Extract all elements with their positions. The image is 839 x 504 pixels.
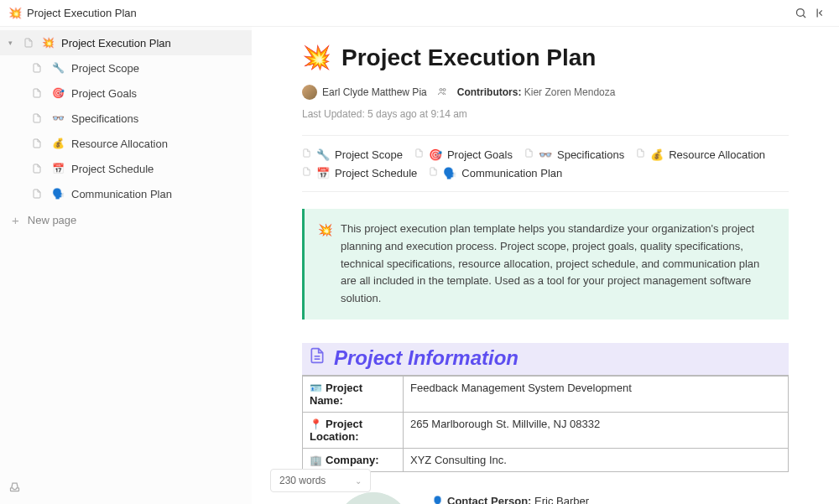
page-meta: Earl Clyde Matthew Pia Contributors: Kie… — [302, 85, 789, 120]
author[interactable]: Earl Clyde Matthew Pia — [302, 85, 427, 100]
quicklink-communication-plan[interactable]: 🗣️ Communication Plan — [429, 166, 562, 179]
avatar — [302, 85, 317, 100]
document-icon — [32, 163, 44, 174]
document-icon — [302, 166, 311, 179]
svg-point-0 — [796, 9, 804, 17]
document-icon — [32, 112, 44, 124]
contact-person-label: Contact Person: — [447, 495, 531, 504]
word-count-text: 230 words — [279, 475, 326, 486]
document-icon — [23, 37, 35, 49]
table-label: Company: — [326, 454, 379, 466]
calendar-icon: 📅 — [316, 167, 330, 179]
chevron-down-icon: ⌄ — [355, 476, 362, 486]
svg-point-3 — [440, 89, 442, 91]
collapse-icon[interactable] — [810, 3, 831, 23]
quicklink-label: Specifications — [557, 148, 624, 161]
table-value: 265 Marlborough St. Millville, NJ 08332 — [404, 412, 789, 448]
quicklink-label: Project Goals — [447, 148, 513, 161]
author-name: Earl Clyde Matthew Pia — [322, 86, 427, 98]
sidebar-item-label: Communication Plan — [71, 188, 172, 200]
search-icon[interactable] — [790, 3, 810, 23]
sidebar-item-project-schedule[interactable]: 📅 Project Schedule — [0, 156, 252, 181]
document-icon — [302, 148, 311, 161]
sidebar-item-label: Resource Allocation — [71, 138, 168, 150]
quicklink-label: Project Scope — [335, 148, 403, 161]
divider — [302, 191, 789, 192]
table-value: XYZ Consulting Inc. — [404, 448, 789, 471]
table-row: 📍Project Location: 265 Marlborough St. M… — [303, 412, 789, 448]
document-icon — [429, 166, 438, 179]
contact-details: 👤Contact Person: Eric Barber 📬Mailing Ad… — [431, 492, 735, 504]
quicklink-project-goals[interactable]: 🎯 Project Goals — [414, 148, 513, 161]
main-content: 💥 Project Execution Plan Earl Clyde Matt… — [252, 27, 839, 504]
new-page-button[interactable]: + New page — [0, 206, 252, 234]
tools-icon: 🔧 — [52, 62, 65, 74]
caret-down-icon: ▾ — [8, 39, 17, 47]
tray-icon[interactable] — [8, 481, 21, 496]
document-icon — [414, 148, 424, 161]
svg-rect-8 — [336, 492, 411, 504]
sidebar-item-project-scope[interactable]: 🔧 Project Scope — [0, 55, 252, 81]
sidebar-item-project-goals[interactable]: 🎯 Project Goals — [0, 81, 252, 106]
word-count-pill[interactable]: 230 words ⌄ — [270, 469, 371, 492]
sidebar-item-label: Project Goals — [71, 87, 137, 100]
last-updated-label: Last Updated: — [302, 108, 365, 120]
id-card-icon: 🪪 — [310, 382, 322, 394]
sidebar-item-specifications[interactable]: 👓 Specifications — [0, 106, 252, 131]
speech-icon: 🗣️ — [52, 188, 65, 200]
collision-icon: 💥 — [8, 7, 22, 19]
contact-block: 👤Contact Person: Eric Barber 📬Mailing Ad… — [302, 492, 789, 504]
breadcrumb-title: Project Execution Plan — [27, 7, 137, 19]
glasses-icon: 👓 — [539, 148, 552, 161]
pin-icon: 📍 — [310, 418, 322, 430]
breadcrumb[interactable]: 💥 Project Execution Plan — [8, 7, 137, 19]
document-icon — [309, 346, 326, 369]
speech-icon: 🗣️ — [443, 167, 456, 179]
quicklinks: 🔧 Project Scope 🎯 Project Goals 👓 Specif… — [302, 148, 789, 179]
last-updated: Last Updated: 5 days ago at 9:14 am — [302, 108, 467, 120]
svg-point-4 — [443, 89, 446, 91]
table-row: 🪪Project Name: Feedback Management Syste… — [303, 376, 789, 412]
callout: 💥 This project execution plan template h… — [302, 209, 789, 320]
page-title: Project Execution Plan — [341, 44, 596, 71]
sidebar-item-communication-plan[interactable]: 🗣️ Communication Plan — [0, 181, 252, 206]
sidebar-root-item[interactable]: ▾ 💥 Project Execution Plan — [0, 30, 252, 55]
glasses-icon: 👓 — [52, 112, 65, 124]
sidebar-item-label: Project Schedule — [71, 163, 154, 175]
top-bar: 💥 Project Execution Plan — [0, 0, 839, 27]
calendar-icon: 📅 — [52, 163, 65, 174]
target-icon: 🎯 — [429, 148, 442, 161]
quicklink-resource-allocation[interactable]: 💰 Resource Allocation — [636, 148, 765, 161]
contributors-icon — [435, 86, 449, 99]
contact-person-value: Eric Barber — [534, 495, 589, 504]
collision-icon: 💥 — [42, 37, 55, 49]
tools-icon: 🔧 — [316, 148, 330, 161]
divider — [302, 135, 789, 136]
sidebar-item-label: Specifications — [71, 112, 138, 125]
contributors-value: Kier Zoren Mendoza — [524, 86, 616, 98]
quicklink-project-schedule[interactable]: 📅 Project Schedule — [302, 166, 417, 179]
section-heading-text: Project Information — [334, 346, 519, 370]
contact-avatar — [336, 492, 411, 504]
project-info-table: 🪪Project Name: Feedback Management Syste… — [302, 376, 789, 472]
document-icon — [32, 62, 44, 74]
contributors: Contributors: Kier Zoren Mendoza — [457, 86, 616, 98]
document-icon — [32, 138, 44, 149]
callout-text: This project execution plan template hel… — [341, 221, 775, 308]
quicklink-project-scope[interactable]: 🔧 Project Scope — [302, 148, 403, 161]
quicklink-specifications[interactable]: 👓 Specifications — [524, 148, 624, 161]
sidebar: ▾ 💥 Project Execution Plan 🔧 Project Sco… — [0, 27, 252, 504]
money-icon: 💰 — [650, 148, 664, 161]
collision-icon: 💥 — [318, 221, 332, 308]
quicklink-label: Communication Plan — [461, 167, 562, 179]
svg-line-1 — [803, 15, 805, 18]
document-icon — [32, 188, 44, 200]
document-icon — [524, 148, 534, 161]
quicklink-label: Project Schedule — [335, 167, 417, 179]
last-updated-value: 5 days ago at 9:14 am — [367, 108, 467, 120]
document-icon — [32, 87, 44, 99]
sidebar-item-resource-allocation[interactable]: 💰 Resource Allocation — [0, 131, 252, 156]
sidebar-item-label: Project Scope — [71, 62, 139, 75]
table-row: 🏢Company: XYZ Consulting Inc. — [303, 448, 789, 471]
plus-icon: + — [12, 213, 19, 227]
